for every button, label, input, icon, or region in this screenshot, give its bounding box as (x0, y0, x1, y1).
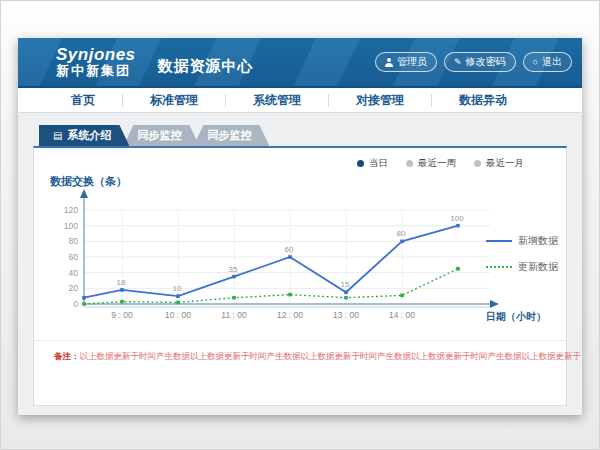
x-tick-label: 14 : 00 (389, 310, 415, 320)
x-tick-label: 9 : 00 (111, 310, 133, 320)
data-point (232, 296, 236, 300)
data-point-label: 10 (173, 284, 182, 293)
y-tick-label: 80 (69, 236, 79, 246)
data-point-label: 35 (229, 265, 238, 274)
app-header: Synjones 新中新集团 数据资源中心 管理员 ✎ 修改密码 ○ 退出 (18, 38, 582, 88)
filter-label: 当日 (369, 157, 388, 170)
tab-label: 同步监控 (207, 125, 251, 146)
legend-label: 更新数据 (518, 260, 558, 274)
data-point (456, 267, 460, 271)
data-point (288, 293, 292, 297)
nav-item-home[interactable]: 首页 (44, 88, 122, 113)
chart-panel: 当日 最近一周 最近一月 数据交换（条） 0204060801001209 : … (33, 146, 567, 406)
data-point-label: 18 (117, 278, 126, 287)
dotted-line-swatch (486, 266, 512, 268)
y-tick-label: 20 (69, 283, 79, 293)
solid-line-swatch (486, 240, 512, 242)
page-title: 数据资源中心 (158, 57, 254, 76)
radio-icon (474, 160, 481, 167)
data-point (120, 288, 124, 292)
data-point (176, 294, 180, 298)
filter-option-last-month[interactable]: 最近一月 (474, 157, 524, 170)
logo-text-cn: 新中新集团 (56, 64, 136, 78)
data-point (232, 275, 236, 279)
data-point (400, 240, 404, 244)
nav-item-standard-mgmt[interactable]: 标准管理 (123, 88, 225, 113)
data-point (344, 290, 348, 294)
legend-item-new-data[interactable]: 新增数据 (486, 234, 558, 248)
nav-item-data-change[interactable]: 数据异动 (432, 88, 534, 113)
tab-sync-monitor-1[interactable]: 同步监控 (123, 125, 199, 146)
y-tick-label: 40 (69, 268, 79, 278)
power-icon: ○ (533, 58, 538, 67)
y-tick-label: 100 (64, 221, 78, 231)
filter-option-last-week[interactable]: 最近一周 (406, 157, 456, 170)
data-point (120, 300, 124, 304)
legend-item-updated-data[interactable]: 更新数据 (486, 260, 558, 274)
x-tick-label: 13 : 00 (333, 310, 359, 320)
data-point (344, 296, 348, 300)
data-point-label: 80 (397, 229, 406, 238)
filter-label: 最近一月 (486, 157, 524, 170)
y-axis-arrow-icon (80, 189, 88, 198)
company-logo[interactable]: Synjones 新中新集团 (56, 46, 136, 77)
main-nav: 首页 标准管理 系统管理 对接管理 数据异动 (18, 88, 582, 113)
tab-system-intro[interactable]: ▤ 系统介绍 (39, 125, 129, 146)
data-point (288, 255, 292, 259)
logout-label: 退出 (542, 55, 562, 69)
time-range-filter: 当日 最近一周 最近一月 (357, 157, 524, 170)
data-point-label: 60 (285, 245, 294, 254)
content-area: ▤ 系统介绍 同步监控 同步监控 当日 最近一周 (18, 113, 582, 406)
data-point-label: 15 (341, 280, 350, 289)
footnote-prefix: 备注： (54, 351, 80, 361)
change-password-label: 修改密码 (466, 55, 506, 69)
document-icon: ▤ (53, 131, 62, 141)
data-point (82, 302, 86, 306)
chart-legend: 新增数据 更新数据 (486, 234, 558, 274)
filter-label: 最近一周 (418, 157, 456, 170)
x-tick-label: 12 : 00 (277, 310, 303, 320)
tab-label: 系统介绍 (67, 125, 111, 146)
nav-item-connection-mgmt[interactable]: 对接管理 (329, 88, 431, 113)
logout-button[interactable]: ○ 退出 (523, 52, 572, 72)
data-point (82, 296, 86, 300)
change-password-button[interactable]: ✎ 修改密码 (444, 52, 516, 72)
x-axis-title: 日期（小时） (486, 311, 546, 322)
data-point (176, 301, 180, 305)
y-tick-label: 60 (69, 252, 79, 262)
nav-item-system-mgmt[interactable]: 系统管理 (226, 88, 328, 113)
footnote: 备注：以上数据更新于时间产生数据以上数据更新于时间产生数据以上数据更新于时间产生… (54, 351, 581, 363)
tab-label: 同步监控 (137, 125, 181, 146)
x-tick-label: 11 : 00 (221, 310, 247, 320)
data-point (400, 294, 404, 298)
current-user-button[interactable]: 管理员 (375, 52, 437, 72)
filter-option-today[interactable]: 当日 (357, 157, 388, 170)
x-tick-label: 10 : 00 (165, 310, 191, 320)
tab-sync-monitor-2[interactable]: 同步监控 (193, 125, 269, 146)
footnote-body: 以上数据更新于时间产生数据以上数据更新于时间产生数据以上数据更新于时间产生数据以… (80, 351, 582, 361)
panel-divider (34, 340, 566, 341)
app-window: Synjones 新中新集团 数据资源中心 管理员 ✎ 修改密码 ○ 退出 首页… (18, 38, 582, 415)
current-user-label: 管理员 (397, 55, 427, 69)
line-chart: 0204060801001209 : 0010 : 0011 : 0012 : … (44, 184, 514, 334)
logo-text-en: Synjones (56, 46, 136, 64)
radio-icon (357, 160, 364, 167)
header-actions: 管理员 ✎ 修改密码 ○ 退出 (375, 52, 572, 72)
user-icon (385, 58, 393, 67)
x-axis-arrow-icon (490, 300, 499, 308)
data-point (456, 224, 460, 228)
y-tick-label: 0 (73, 299, 78, 309)
legend-label: 新增数据 (518, 234, 558, 248)
edit-icon: ✎ (454, 58, 462, 67)
radio-icon (406, 160, 413, 167)
tab-bar: ▤ 系统介绍 同步监控 同步监控 (39, 125, 567, 146)
data-point-label: 100 (450, 214, 464, 223)
y-tick-label: 120 (64, 205, 78, 215)
